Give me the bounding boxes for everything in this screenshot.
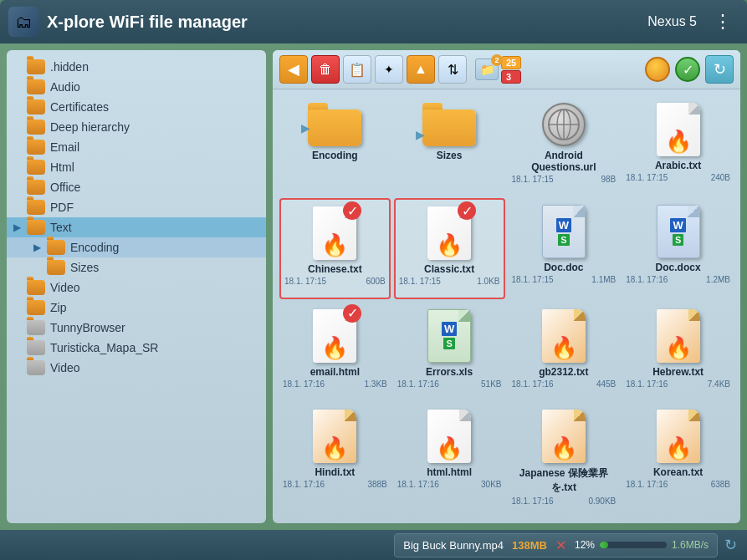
sidebar-item-certificates[interactable]: Certificates — [7, 97, 266, 117]
url-icon — [542, 103, 586, 146]
folder-icon — [27, 160, 45, 175]
file-date: 18.1. 17:16 — [512, 379, 554, 389]
sidebar-item-label: TunnyBrowser — [50, 321, 125, 334]
txt-icon-container: 🔥 ✓ — [427, 206, 471, 260]
copy-button[interactable]: 📋 — [343, 55, 371, 84]
sidebar-item-label: Sizes — [70, 261, 99, 274]
file-meta: 18.1. 17:16 7.4KB — [626, 379, 730, 389]
sidebar-item-label: Zip — [50, 301, 66, 314]
file-item-classic[interactable]: 🔥 ✓ Classic.txt 18.1. 17:15 1.0KB — [394, 198, 505, 298]
app-icon: 🗂 — [8, 7, 38, 37]
file-size: 600B — [366, 277, 385, 286]
file-item-email[interactable]: 🔥 ✓ email.html 18.1. 17:16 1.3KB — [279, 303, 391, 400]
title-left: 🗂 X-plore WiFi file manager — [8, 7, 248, 37]
download-size: 138MB — [512, 539, 547, 552]
sort-button[interactable]: ⇅ — [438, 55, 467, 84]
sidebar-item-label: .hidden — [50, 60, 89, 74]
file-date: 18.1. 17:15 — [399, 277, 441, 286]
file-size: 240B — [711, 173, 730, 182]
sidebar-item-audio[interactable]: Audio — [7, 77, 266, 97]
status-refresh-button[interactable]: ↻ — [724, 536, 737, 554]
sidebar-item-text[interactable]: ▶ Text — [7, 217, 266, 237]
upload-button[interactable]: ▲ — [407, 55, 435, 84]
app-title: X-plore WiFi file manager — [47, 13, 248, 32]
folder-icon — [27, 59, 45, 74]
orange-circle-button[interactable] — [645, 57, 670, 82]
file-size: 7.4KB — [708, 379, 730, 389]
sidebar-item-deep-hierarchy[interactable]: Deep hierarchy — [7, 117, 266, 137]
confirm-button[interactable]: ✓ — [675, 57, 700, 82]
file-item-sizes[interactable]: ▶ Sizes — [394, 96, 505, 195]
sidebar-item-hidden[interactable]: .hidden — [7, 57, 266, 77]
file-item-errors-xls[interactable]: W S Errors.xls 18.1. 17:16 51KB — [394, 303, 505, 400]
sidebar-item-email[interactable]: Email — [7, 137, 266, 157]
file-date: 18.1. 17:16 — [626, 379, 668, 389]
sidebar-item-office[interactable]: Office — [7, 177, 266, 197]
file-meta: 18.1. 17:16 445B — [512, 379, 617, 389]
sidebar-item-tunnybrowser[interactable]: TunnyBrowser — [7, 318, 266, 338]
txt-icon: 🔥 — [542, 410, 586, 463]
sidebar-item-sizes[interactable]: Sizes — [7, 257, 266, 277]
file-name: Doc.doc — [544, 262, 583, 273]
folder-icon — [47, 260, 65, 275]
doc-icon: W S — [542, 205, 586, 258]
delete-button[interactable]: 🗑 — [311, 55, 340, 84]
file-item-arabic[interactable]: 🔥 Arabic.txt 18.1. 17:15 240B — [622, 96, 734, 195]
sidebar-item-label: Text — [50, 221, 72, 234]
file-name: Japanese 保険業界を.txt — [512, 466, 617, 495]
sidebar-item-turisticka[interactable]: Turisticka_Mapa_SR — [7, 338, 266, 358]
sidebar-item-label: Video — [50, 361, 80, 374]
folder-icon — [27, 220, 45, 235]
file-name: gb2312.txt — [539, 366, 588, 378]
sidebar-item-video[interactable]: Video — [7, 277, 266, 298]
file-date: 18.1. 17:15 — [284, 277, 326, 286]
checkmark-badge: ✓ — [458, 201, 476, 220]
cancel-download-button[interactable]: ✕ — [555, 537, 566, 553]
sidebar-item-html[interactable]: Html — [7, 157, 266, 177]
xls-icon: W S — [427, 309, 471, 363]
sidebar-item-label: Encoding — [70, 241, 119, 254]
back-button[interactable]: ◀ — [279, 55, 308, 84]
folder-arrow-icon: ▶ — [301, 121, 310, 135]
file-date: 18.1. 17:16 — [397, 379, 439, 389]
file-item-encoding[interactable]: ▶ Encoding — [279, 96, 391, 195]
checkmark-badge: ✓ — [343, 201, 361, 220]
file-size: 388B — [367, 480, 386, 489]
folder-icon-large: ▶ — [422, 103, 476, 146]
file-item-hindi[interactable]: 🔥 Hindi.txt 18.1. 17:16 388B — [279, 403, 391, 517]
file-meta: 18.1. 17:15 98B — [512, 175, 617, 184]
file-item-gb2312[interactable]: 🔥 gb2312.txt 18.1. 17:16 445B — [509, 303, 620, 400]
left-panel: .hidden Audio Certificates Deep hierarch… — [7, 50, 266, 523]
menu-button[interactable]: ⋮ — [707, 8, 739, 36]
sidebar-item-pdf[interactable]: PDF — [7, 197, 266, 217]
sidebar-item-zip[interactable]: Zip — [7, 298, 266, 318]
file-item-android-questions[interactable]: Android Questions.url 18.1. 17:15 98B — [509, 96, 620, 195]
toolbar-right: ✓ ↻ — [645, 55, 734, 84]
file-name: Hebrew.txt — [652, 366, 704, 378]
folder-badge: 📁 2 — [475, 59, 499, 80]
file-item-japanese[interactable]: 🔥 Japanese 保険業界を.txt 18.1. 17:16 0.90KB — [509, 403, 620, 517]
file-size: 1.1MB — [591, 275, 616, 284]
folder-icon — [27, 320, 45, 335]
file-item-hebrew[interactable]: 🔥 Hebrew.txt 18.1. 17:16 7.4KB — [622, 303, 734, 400]
paste-button[interactable]: ✦ — [375, 55, 403, 84]
refresh-button[interactable]: ↻ — [705, 55, 734, 84]
file-item-docx[interactable]: W S Doc.docx 18.1. 17:16 1.2MB — [622, 198, 734, 298]
sidebar-item-video2[interactable]: Video — [7, 358, 266, 378]
progress-bar — [600, 542, 667, 548]
file-meta: 18.1. 17:16 51KB — [397, 379, 502, 389]
file-item-html-html[interactable]: 🔥 html.html 18.1. 17:16 30KB — [394, 403, 505, 517]
file-date: 18.1. 17:16 — [397, 480, 439, 489]
file-item-doc[interactable]: W S Doc.doc 18.1. 17:15 1.1MB — [509, 198, 620, 298]
sidebar-item-encoding[interactable]: ▶ Encoding — [7, 237, 266, 257]
progress-fill — [600, 542, 608, 548]
file-name: Hindi.txt — [315, 466, 355, 478]
file-size: 445B — [596, 379, 616, 389]
file-item-chinese[interactable]: 🔥 ✓ Chinese.txt 18.1. 17:15 600B — [279, 198, 391, 298]
file-date: 18.1. 17:16 — [512, 496, 554, 506]
checkmark-badge: ✓ — [343, 304, 361, 323]
badge-other: 3 — [501, 70, 521, 84]
file-meta: 18.1. 17:15 600B — [284, 277, 386, 286]
file-name: Android Questions.url — [512, 150, 617, 173]
file-item-korean[interactable]: 🔥 Korean.txt 18.1. 17:16 638B — [622, 403, 734, 517]
